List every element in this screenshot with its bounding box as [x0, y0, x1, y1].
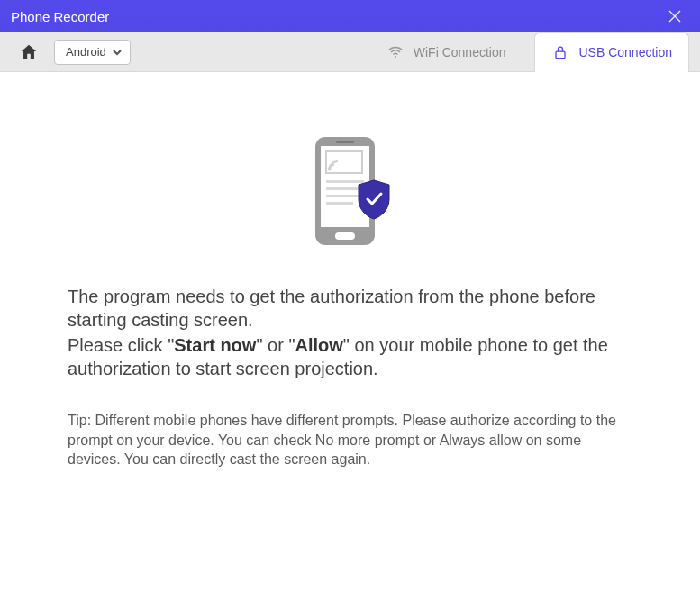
tab-usb-label: USB Connection — [578, 45, 672, 59]
home-icon — [19, 42, 39, 62]
tab-usb-connection[interactable]: USB Connection — [534, 32, 689, 72]
app-title: Phone Recorder — [11, 9, 109, 24]
close-icon — [668, 9, 682, 23]
svg-rect-8 — [326, 180, 364, 183]
svg-rect-11 — [326, 202, 353, 205]
auth-message-allow: Allow — [295, 335, 343, 355]
svg-point-0 — [395, 55, 396, 57]
main-content: The program needs to get the authorizati… — [0, 72, 700, 469]
auth-message-line1: The program needs to get the authorizati… — [68, 285, 632, 332]
phone-shield-icon — [310, 135, 391, 249]
wifi-icon — [386, 43, 405, 61]
platform-selected-label: Android — [66, 45, 106, 59]
phone-shield-illustration — [68, 135, 632, 249]
tab-wifi-connection[interactable]: WiFi Connection — [370, 32, 523, 72]
svg-rect-4 — [336, 141, 354, 143]
tab-wifi-label: WiFi Connection — [414, 45, 506, 59]
auth-message-line2-part-a: Please click " — [68, 335, 174, 355]
auth-message-line2: Please click "Start now" or "Allow" on y… — [68, 333, 632, 380]
svg-rect-1 — [556, 51, 565, 58]
close-button[interactable] — [662, 4, 687, 29]
auth-message-start-now: Start now — [174, 335, 256, 355]
svg-point-7 — [328, 168, 331, 170]
platform-dropdown[interactable]: Android — [54, 40, 131, 65]
chevron-down-icon — [112, 47, 123, 58]
auth-message-line2-part-b: " or " — [256, 335, 295, 355]
svg-rect-5 — [335, 232, 355, 240]
toolbar: Android WiFi Connection USB Connection — [0, 32, 700, 72]
titlebar: Phone Recorder — [0, 0, 700, 32]
lock-icon — [551, 43, 569, 61]
tip-text: Tip: Different mobile phones have differ… — [68, 411, 632, 469]
home-button[interactable] — [16, 40, 41, 65]
